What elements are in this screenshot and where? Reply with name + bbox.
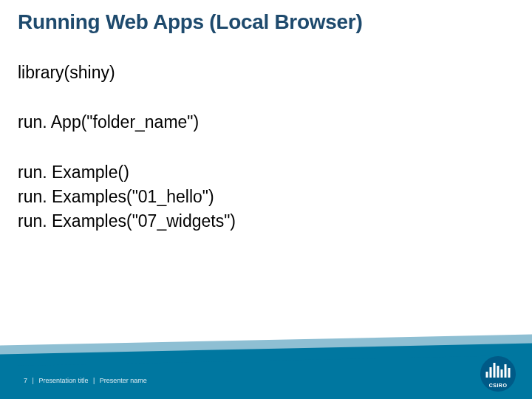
code-line-4: run. Examples("01_hello") xyxy=(18,185,505,209)
slide: Running Web Apps (Local Browser) library… xyxy=(0,0,532,399)
csiro-logo: CSIRO xyxy=(480,356,516,392)
code-line-2: run. App("folder_name") xyxy=(18,110,505,134)
separator: | xyxy=(90,377,98,384)
footer-band: 7 | Presentation title | Presenter name … xyxy=(0,338,532,399)
code-line-5: run. Examples("07_widgets") xyxy=(18,209,505,233)
blank-line xyxy=(18,85,505,110)
code-line-1: library(shiny) xyxy=(18,61,505,85)
slide-title: Running Web Apps (Local Browser) xyxy=(18,10,362,34)
slide-body: library(shiny) run. App("folder_name") r… xyxy=(18,61,505,234)
page-number: 7 xyxy=(24,377,27,384)
separator: | xyxy=(30,377,37,384)
presenter-name: Presenter name xyxy=(100,377,147,384)
logo-bars-icon xyxy=(486,363,511,378)
footer-text: 7 | Presentation title | Presenter name xyxy=(24,377,147,384)
code-line-3: run. Example() xyxy=(18,160,505,185)
presentation-title: Presentation title xyxy=(38,377,88,384)
logo-text: CSIRO xyxy=(480,383,516,388)
logo-circle: CSIRO xyxy=(480,356,516,392)
blank-line xyxy=(18,135,505,160)
